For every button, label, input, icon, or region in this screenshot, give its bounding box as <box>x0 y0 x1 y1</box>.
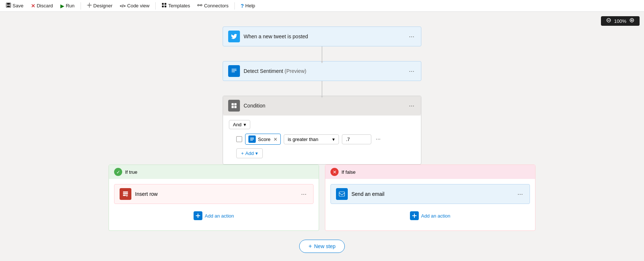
save-label: Save <box>13 3 24 8</box>
tweet-node-menu[interactable]: ··· <box>407 33 416 40</box>
send-email-icon <box>336 188 348 200</box>
svg-rect-20 <box>234 103 237 105</box>
score-icon <box>248 135 256 143</box>
add-label: Add <box>245 151 254 156</box>
if-true-branch: ✓ If true Insert row ··· <box>109 165 319 231</box>
condition-node-title: Condition <box>244 103 404 109</box>
codeview-icon: </> <box>120 4 126 8</box>
add-action-true-button[interactable]: Add an action <box>114 208 314 223</box>
add-action-true-label: Add an action <box>205 213 234 219</box>
help-label: Help <box>245 3 255 8</box>
toolbar: Save ✕ Discard ▶ Run Designer </> Code v… <box>0 0 644 12</box>
send-email-title: Send an email <box>351 191 512 197</box>
svg-rect-16 <box>231 69 237 70</box>
add-action-false-button[interactable]: Add an action <box>330 208 530 223</box>
svg-rect-29 <box>339 192 345 196</box>
condition-row-menu[interactable]: ··· <box>374 136 382 142</box>
svg-rect-1 <box>7 3 10 5</box>
add-condition-button[interactable]: + Add ▾ <box>236 148 263 158</box>
send-email-menu[interactable]: ··· <box>516 190 524 198</box>
operator-chevron: ▾ <box>332 137 335 142</box>
condition-row: Score ✕ is greater than ▾ ··· <box>236 134 415 145</box>
and-dropdown[interactable]: And ▾ <box>229 120 250 129</box>
new-step-button[interactable]: + New step <box>299 240 345 253</box>
condition-icon <box>228 100 240 112</box>
svg-rect-17 <box>231 70 237 71</box>
svg-rect-27 <box>123 193 128 194</box>
svg-point-3 <box>89 4 90 6</box>
insert-row-menu[interactable]: ··· <box>300 190 308 198</box>
canvas: 100% When a new tweet is posted ··· <box>0 12 644 261</box>
score-remove-button[interactable]: ✕ <box>273 137 277 142</box>
new-step-label: New step <box>314 243 335 249</box>
add-action-false-label: Add an action <box>421 213 450 219</box>
condition-branches: ✓ If true Insert row ··· <box>109 165 535 231</box>
send-email-action[interactable]: Send an email ··· <box>330 184 530 204</box>
chevron-down-icon: ▾ <box>244 122 246 127</box>
run-button[interactable]: ▶ Run <box>57 1 78 10</box>
operator-label: is greater than <box>288 137 318 142</box>
svg-rect-5 <box>164 3 166 5</box>
condition-operator[interactable]: is greater than ▾ <box>284 134 339 144</box>
if-true-icon: ✓ <box>114 168 122 176</box>
insert-row-title: Insert row <box>135 191 296 197</box>
templates-label: Templates <box>168 3 190 8</box>
sentiment-node-title: Detect Sentiment (Preview) <box>244 68 404 74</box>
divider-1 <box>81 2 81 10</box>
svg-rect-7 <box>164 6 166 7</box>
condition-node-header: Condition ··· <box>223 96 421 115</box>
tweet-node-header: When a new tweet is posted ··· <box>223 27 421 46</box>
condition-node-menu[interactable]: ··· <box>407 102 416 110</box>
svg-rect-19 <box>231 103 234 105</box>
plus-icon: + <box>241 151 244 156</box>
score-pill[interactable]: Score ✕ <box>245 134 281 145</box>
and-label: And <box>233 122 241 127</box>
discard-button[interactable]: ✕ Discard <box>28 1 56 10</box>
add-action-true-icon <box>194 211 202 220</box>
sentiment-node[interactable]: Detect Sentiment (Preview) ··· <box>223 61 421 81</box>
codeview-label: Code view <box>127 3 150 8</box>
svg-point-9 <box>201 4 202 6</box>
svg-rect-25 <box>250 140 253 141</box>
codeview-button[interactable]: </> Code view <box>117 1 153 10</box>
tweet-node-title: When a new tweet is posted <box>244 33 404 39</box>
twitter-icon <box>228 31 240 42</box>
sentiment-icon <box>228 65 240 77</box>
tweet-node[interactable]: When a new tweet is posted ··· <box>223 27 421 46</box>
condition-value-input[interactable] <box>342 134 371 144</box>
connectors-label: Connectors <box>204 3 228 8</box>
arrow-1 <box>322 46 322 61</box>
svg-rect-6 <box>162 6 164 7</box>
designer-button[interactable]: Designer <box>84 1 116 10</box>
connectors-icon <box>197 3 202 9</box>
svg-point-8 <box>198 4 199 6</box>
designer-icon <box>87 3 92 9</box>
discard-label: Discard <box>37 3 53 8</box>
sentiment-node-menu[interactable]: ··· <box>407 67 416 75</box>
if-false-branch: ✕ If false Send an email ··· <box>325 165 535 231</box>
condition-checkbox[interactable] <box>236 136 242 142</box>
add-chevron: ▾ <box>255 151 258 156</box>
if-true-label: If true <box>125 169 137 175</box>
save-button[interactable]: Save <box>3 1 26 10</box>
connectors-button[interactable]: Connectors <box>194 1 231 10</box>
save-icon <box>6 3 11 9</box>
insert-row-action[interactable]: Insert row ··· <box>114 184 314 204</box>
templates-button[interactable]: Templates <box>159 1 193 10</box>
svg-rect-4 <box>162 3 164 5</box>
run-label: Run <box>66 3 75 8</box>
new-step-container: + New step <box>299 240 345 253</box>
help-button[interactable]: ? Help <box>238 1 258 10</box>
svg-rect-26 <box>123 191 128 193</box>
insert-row-icon <box>120 188 131 200</box>
if-false-label: If false <box>342 169 355 175</box>
add-action-false-icon <box>410 211 419 220</box>
templates-icon <box>162 3 167 9</box>
if-false-content: Send an email ··· Add an action <box>325 179 535 228</box>
svg-rect-18 <box>231 72 235 73</box>
condition-node[interactable]: Condition ··· And ▾ Score <box>223 96 421 165</box>
condition-body: And ▾ Score ✕ is greater than <box>223 115 421 164</box>
svg-rect-22 <box>234 106 237 108</box>
sentiment-node-header: Detect Sentiment (Preview) ··· <box>223 61 421 81</box>
new-step-plus: + <box>308 243 312 250</box>
